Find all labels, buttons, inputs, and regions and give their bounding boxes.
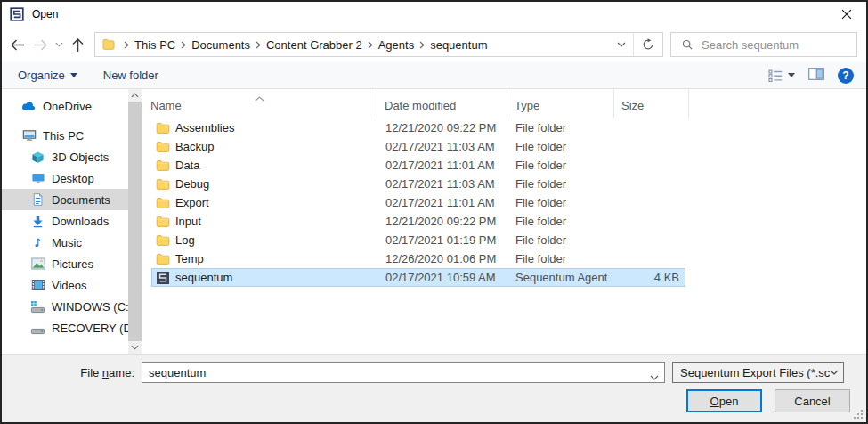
cancel-button[interactable]: Cancel <box>775 389 850 412</box>
file-icon <box>156 140 170 154</box>
sidebar-item-label: OneDrive <box>43 100 92 113</box>
sidebar-item[interactable]: WINDOWS (C:) <box>2 296 128 317</box>
address-bar[interactable]: This PC Documents Content Grabber 2 Agen… <box>94 32 663 57</box>
sidebar-item[interactable]: Videos <box>2 274 128 296</box>
file-name-label: Backup <box>175 140 214 153</box>
scrollbar-thumb[interactable] <box>128 102 142 341</box>
resize-grip-icon[interactable] <box>853 409 864 420</box>
organize-button[interactable]: Organize <box>18 69 77 82</box>
new-folder-button[interactable]: New folder <box>103 69 158 82</box>
file-name-label: Input <box>175 215 201 228</box>
chevron-down-icon <box>617 42 626 47</box>
file-date-cell: 02/17/2021 11:03 AM <box>378 177 508 191</box>
file-size-cell: 4 KB <box>615 271 679 284</box>
refresh-icon <box>642 38 654 51</box>
file-name-input[interactable] <box>142 362 665 383</box>
sidebar-item[interactable]: Documents <box>2 189 128 210</box>
sidebar-item[interactable]: RECOVERY (D:) <box>2 317 128 338</box>
sidebar-item[interactable]: Pictures <box>2 253 128 274</box>
file-icon <box>156 121 170 135</box>
breadcrumb-separator-icon <box>419 41 425 49</box>
sidebar-item-icon <box>30 235 45 250</box>
address-dropdown-button[interactable] <box>610 33 633 56</box>
file-type-select[interactable]: Sequentum Export Files (*.scgx) <box>672 362 844 383</box>
sidebar-item-icon <box>30 192 45 208</box>
file-date-cell: 02/17/2021 11:01 AM <box>378 159 508 172</box>
file-row[interactable]: sequentum 02/17/2021 10:59 AM Sequentum … <box>151 268 685 287</box>
change-view-button[interactable] <box>768 69 795 82</box>
file-date-cell: 12/21/2020 09:22 PM <box>378 121 508 135</box>
scroll-up-icon[interactable] <box>128 89 142 102</box>
file-list: Name Date modified Type Size Assemblies <box>142 89 866 354</box>
sidebar-scrollbar[interactable] <box>128 89 142 354</box>
file-name-cell: Export <box>152 196 378 210</box>
file-date-cell: 12/21/2020 09:22 PM <box>378 215 508 228</box>
sidebar-item-label: Desktop <box>52 172 94 185</box>
file-row[interactable]: Input 12/21/2020 09:22 PM File folder <box>151 212 685 231</box>
address-bar-controls <box>610 33 662 56</box>
file-name-label: Data <box>175 159 199 172</box>
file-name-label: Assemblies <box>175 121 234 135</box>
up-button[interactable] <box>66 33 89 56</box>
file-icon <box>156 159 170 173</box>
file-name-dropdown-icon[interactable] <box>650 370 659 383</box>
file-row[interactable]: Temp 12/26/2020 01:06 PM File folder <box>151 249 685 268</box>
window-title: Open <box>32 8 58 20</box>
sidebar-item-label: Documents <box>52 193 110 207</box>
file-row[interactable]: Backup 02/17/2021 11:03 AM File folder <box>151 137 685 156</box>
column-header-date-modified[interactable]: Date modified <box>377 89 507 118</box>
breadcrumb-item[interactable]: Documents <box>191 38 250 52</box>
breadcrumb-item[interactable]: Agents <box>378 38 414 52</box>
back-button[interactable] <box>5 33 28 56</box>
file-row[interactable]: Data 02/17/2021 11:01 AM File folder <box>151 156 685 175</box>
sidebar-item[interactable]: Desktop <box>2 167 128 189</box>
breadcrumb-item[interactable]: This PC <box>134 38 175 52</box>
file-row[interactable]: Assemblies 12/21/2020 09:22 PM File fold… <box>151 118 685 137</box>
file-type-value: Sequentum Export Files (*.scgx) <box>680 366 830 379</box>
sidebar-item-label: 3D Objects <box>52 151 109 164</box>
sidebar-item[interactable]: 3D Objects <box>2 146 128 167</box>
scroll-down-icon[interactable] <box>128 341 142 354</box>
sidebar-item[interactable]: This PC <box>2 125 128 146</box>
search-box[interactable] <box>670 32 857 57</box>
sidebar-item[interactable]: Music <box>2 232 128 253</box>
file-row[interactable]: Export 02/17/2021 11:01 AM File folder <box>151 193 685 212</box>
breadcrumb-item[interactable]: Content Grabber 2 <box>266 38 362 52</box>
recent-locations-button[interactable] <box>52 33 66 56</box>
sidebar-item[interactable]: OneDrive <box>2 95 128 117</box>
open-dialog-window: Open This PC <box>0 0 868 424</box>
sidebar-item-label: Downloads <box>52 215 109 228</box>
breadcrumb-separator-icon <box>256 41 261 49</box>
sort-ascending-icon <box>255 91 264 104</box>
file-name-cell: Backup <box>152 140 378 154</box>
forward-arrow-icon <box>33 38 48 52</box>
sidebar-item[interactable]: Downloads <box>2 210 128 232</box>
search-input[interactable] <box>702 38 849 52</box>
file-icon <box>156 233 170 248</box>
forward-button[interactable] <box>28 33 52 56</box>
sidebar-item-icon <box>21 99 37 114</box>
sidebar-item-icon <box>21 128 37 143</box>
file-type-cell: File folder <box>508 215 615 228</box>
refresh-button[interactable] <box>634 33 662 56</box>
close-button[interactable] <box>826 2 866 27</box>
toolbar-right-group: ? <box>768 68 854 84</box>
breadcrumb-separator-icon <box>124 41 129 49</box>
column-header-size[interactable]: Size <box>614 89 689 118</box>
title-bar: Open <box>2 2 866 27</box>
file-row[interactable]: Debug 02/17/2021 11:03 AM File folder <box>151 175 685 193</box>
address-folder-icon <box>101 37 116 52</box>
breadcrumb-item[interactable]: sequentum <box>430 38 487 52</box>
preview-pane-button[interactable] <box>808 68 824 83</box>
sidebar-item-label: Videos <box>52 279 87 292</box>
file-name-label: sequentum <box>175 271 232 284</box>
file-row[interactable]: Log 02/17/2021 01:19 PM File folder <box>151 231 685 249</box>
column-header-type[interactable]: Type <box>507 89 614 118</box>
help-button[interactable]: ? <box>838 68 854 84</box>
file-name-cell: Assemblies <box>152 121 378 135</box>
file-name-cell: sequentum <box>152 271 378 285</box>
file-name-cell: Temp <box>152 252 378 266</box>
sidebar-item-icon <box>30 321 45 336</box>
sidebar-item-label: This PC <box>43 129 84 143</box>
open-button[interactable]: Open <box>686 389 762 412</box>
